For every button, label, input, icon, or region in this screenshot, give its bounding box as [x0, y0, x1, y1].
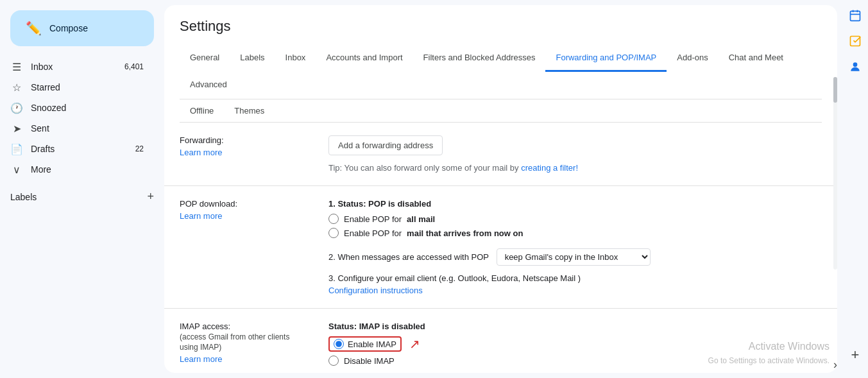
pop-option2-bold: mail that arrives from now on: [407, 228, 523, 238]
sidebar-item-label: Drafts: [31, 144, 128, 154]
forwarding-row: Forwarding: Learn more Add a forwarding …: [164, 123, 837, 186]
settings-tabs: General Labels Inbox Accounts and Import…: [180, 45, 822, 99]
imap-learn-more[interactable]: Learn more: [180, 354, 308, 364]
forwarding-title: Forwarding:: [180, 135, 308, 145]
tab-general[interactable]: General: [180, 45, 230, 72]
pop-option1-bold: all mail: [407, 214, 435, 224]
sidebar-item-inbox[interactable]: ☰ Inbox 6,401: [0, 56, 154, 77]
sub-tabs: Offline Themes: [180, 99, 822, 123]
settings-content: Forwarding: Learn more Add a forwarding …: [164, 123, 837, 373]
config-instructions-link[interactable]: Configuration instructions: [328, 286, 822, 295]
pop-option-all[interactable]: Enable POP for all mail: [328, 214, 822, 224]
svg-rect-0: [851, 11, 860, 21]
pop-value: 1. Status: POP is disabled Enable POP fo…: [328, 199, 822, 295]
imap-enable-radio[interactable]: [334, 339, 344, 349]
tab-forwarding[interactable]: Forwarding and POP/IMAP: [545, 45, 667, 72]
sub-tab-offline[interactable]: Offline: [180, 99, 224, 122]
add-label-button[interactable]: +: [147, 190, 154, 203]
drafts-count: 22: [135, 144, 144, 153]
pop-when-select[interactable]: keep Gmail's copy in the Inbox: [497, 248, 651, 266]
tab-labels[interactable]: Labels: [230, 45, 275, 72]
chevron-right-icon[interactable]: ›: [833, 358, 837, 372]
imap-enable-label: Enable IMAP: [348, 339, 396, 349]
svg-point-5: [853, 62, 858, 67]
pop-status: 1. Status: POP is disabled: [328, 199, 822, 209]
sidebar: ✏️ Compose ☰ Inbox 6,401 ☆ Starred 🕐 Sno…: [0, 0, 164, 378]
sidebar-item-snoozed[interactable]: 🕐 Snoozed: [0, 98, 154, 118]
when-accessed-label: 2. When messages are accessed with POP: [328, 252, 489, 262]
imap-sub1: (access Gmail from other clients: [180, 332, 308, 341]
pop-option2-prefix: Enable POP for: [344, 228, 402, 238]
scrollbar-thumb[interactable]: [833, 77, 837, 103]
sidebar-item-starred[interactable]: ☆ Starred: [0, 77, 154, 98]
tab-filters[interactable]: Filters and Blocked Addresses: [413, 45, 546, 72]
imap-title: IMAP access:: [180, 322, 308, 331]
sidebar-item-label: Inbox: [31, 62, 117, 72]
configure-section: 3. Configure your email client (e.g. Out…: [328, 273, 822, 295]
pop-option-new[interactable]: Enable POP for mail that arrives from no…: [328, 228, 822, 238]
compose-icon: ✏️: [26, 21, 42, 36]
tab-addons[interactable]: Add-ons: [667, 45, 718, 72]
forwarding-label: Forwarding: Learn more: [180, 135, 308, 173]
sidebar-item-label: Snoozed: [31, 103, 144, 113]
chevron-down-icon: ∨: [10, 164, 23, 176]
imap-sub2: using IMAP): [180, 343, 308, 352]
sidebar-item-drafts[interactable]: 📄 Drafts 22: [0, 139, 154, 159]
sidebar-item-more[interactable]: ∨ More: [0, 159, 154, 180]
pop-new-radio[interactable]: [328, 228, 339, 238]
inbox-count: 6,401: [124, 62, 144, 71]
compose-label: Compose: [49, 23, 88, 33]
imap-status: Status: IMAP is disabled: [328, 322, 822, 331]
imap-disable-label: Disable IMAP: [344, 356, 395, 366]
sidebar-item-label: More: [31, 164, 144, 175]
windows-watermark: Activate Windows: [749, 341, 830, 352]
compose-button[interactable]: ✏️ Compose: [10, 10, 154, 46]
sub-tab-themes[interactable]: Themes: [224, 99, 275, 122]
sent-icon: ➤: [10, 123, 23, 135]
add-apps-button[interactable]: +: [842, 342, 868, 368]
forwarding-value: Add a forwarding address Tip: You can al…: [328, 135, 822, 173]
when-accessed: 2. When messages are accessed with POP k…: [328, 248, 822, 266]
imap-enable-option[interactable]: Enable IMAP ↗: [328, 336, 822, 352]
pop-radio-group: Enable POP for all mail Enable POP for m…: [328, 214, 822, 238]
labels-title: Labels: [10, 192, 37, 202]
tab-chat[interactable]: Chat and Meet: [719, 45, 794, 72]
pop-label: POP download: Learn more: [180, 199, 308, 295]
tasks-icon-btn[interactable]: [845, 31, 865, 51]
arrow-icon: ↗: [409, 336, 420, 352]
main-content: Settings General Labels Inbox Accounts a…: [164, 5, 837, 373]
snoozed-icon: 🕐: [10, 102, 23, 114]
imap-enable-highlighted: Enable IMAP: [328, 336, 402, 352]
add-forwarding-button[interactable]: Add a forwarding address: [328, 135, 443, 155]
imap-value: Status: IMAP is disabled Enable IMAP ↗ D…: [328, 322, 822, 373]
forwarding-learn-more[interactable]: Learn more: [180, 148, 308, 157]
settings-title: Settings: [180, 18, 822, 35]
configure-sub2: ): [578, 273, 581, 283]
creating-filter-link[interactable]: creating a filter!: [521, 163, 578, 173]
svg-rect-4: [851, 37, 860, 46]
drafts-icon: 📄: [10, 143, 23, 155]
pop-all-radio[interactable]: [328, 214, 339, 224]
tip-prefix: Tip: You can also forward only some of y…: [328, 163, 519, 173]
pop-option1-prefix: Enable POP for: [344, 214, 402, 224]
tab-inbox[interactable]: Inbox: [275, 45, 316, 72]
calendar-icon-btn[interactable]: [845, 5, 865, 26]
labels-section: Labels +: [0, 180, 164, 206]
configure-text: 3. Configure your email client: [328, 273, 436, 283]
imap-disable-radio[interactable]: [328, 356, 339, 366]
scrollbar-track: [833, 77, 837, 270]
tab-advanced[interactable]: Advanced: [180, 72, 237, 99]
sidebar-item-label: Starred: [31, 82, 144, 92]
sidebar-item-sent[interactable]: ➤ Sent: [0, 118, 154, 139]
right-panel: +: [842, 0, 868, 378]
imap-label: IMAP access: (access Gmail from other cl…: [180, 322, 308, 373]
forwarding-tip: Tip: You can also forward only some of y…: [328, 163, 822, 173]
windows-watermark-sub: Go to Settings to activate Windows.: [708, 356, 830, 365]
pop-row: POP download: Learn more 1. Status: POP …: [164, 186, 837, 309]
contacts-icon-btn[interactable]: [845, 56, 865, 77]
star-icon: ☆: [10, 82, 23, 94]
tab-accounts[interactable]: Accounts and Import: [316, 45, 413, 72]
pop-learn-more[interactable]: Learn more: [180, 211, 308, 221]
inbox-icon: ☰: [10, 61, 23, 73]
netscape-link[interactable]: Netscape Mail: [523, 273, 575, 283]
